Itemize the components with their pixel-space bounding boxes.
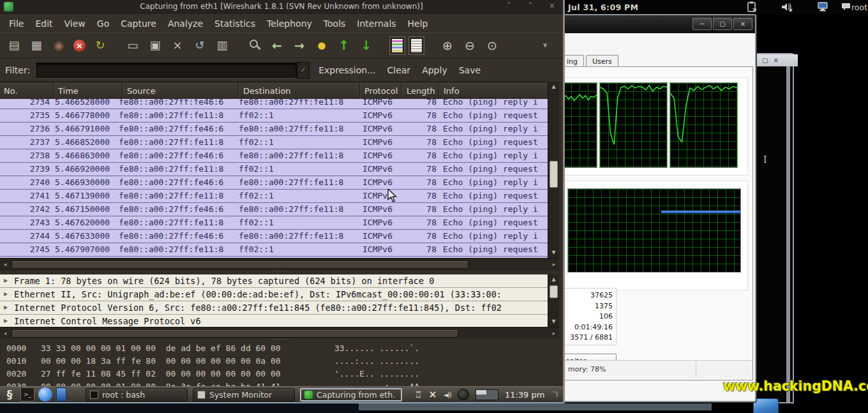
moon-tray-icon[interactable]: ☽	[549, 388, 561, 401]
reload-icon[interactable]: ↺	[192, 38, 207, 53]
packet-row[interactable]: 2741 5.467139000 fe80::a00:27ff:fe11:8 f…	[0, 190, 548, 203]
filter-input[interactable]	[36, 63, 297, 78]
maximize-button[interactable]: ▢	[713, 18, 732, 30]
volume-muted-icon[interactable]	[781, 1, 794, 15]
menu-item[interactable]: Internals	[357, 19, 396, 29]
menu-item[interactable]: Statistics	[214, 19, 255, 29]
globe-launcher-icon[interactable]	[38, 387, 52, 402]
filter-button[interactable]: Save	[459, 65, 481, 75]
colorize-icon[interactable]	[391, 38, 403, 53]
autoscroll-icon[interactable]	[410, 38, 423, 53]
capture-options-icon[interactable]: ▦	[29, 38, 44, 53]
close-button[interactable]: ×	[773, 57, 778, 64]
filter-dropdown-icon[interactable]: ✓	[297, 62, 310, 79]
menu-item[interactable]: Telephony	[267, 19, 312, 29]
go-top-icon[interactable]: ↑	[336, 38, 352, 53]
details-vscrollbar[interactable]: ▲ ▼	[548, 274, 559, 327]
capture-stop-icon[interactable]: ×	[73, 40, 86, 52]
backtrack-launcher-icon[interactable]: §	[3, 387, 17, 402]
volume-tray-icon[interactable]: ◄))	[443, 391, 451, 398]
hex-row[interactable]: 0020 27 ff fe 11 08 45 ff 02 00 00 00 00…	[0, 368, 563, 380]
close-button[interactable]: ×	[733, 18, 752, 30]
scroll-down-icon[interactable]: ▼	[548, 317, 559, 327]
scroll-up-icon[interactable]: ▲	[548, 82, 559, 92]
packet-row[interactable]: 2734 5.466528000 fe80::a00:27ff:fe46:6 f…	[0, 99, 548, 109]
chat-bubble-icon[interactable]	[841, 1, 851, 15]
capture-restart-icon[interactable]: ↻	[93, 38, 108, 53]
scroll-thumb[interactable]	[550, 161, 558, 188]
back-icon[interactable]: ←	[269, 38, 285, 53]
packet-row[interactable]: 2745 5.467907000 fe80::a00:27ff:fe11:8 f…	[0, 243, 548, 257]
scroll-thumb[interactable]	[11, 260, 468, 269]
packet-row[interactable]: 2735 5.466778000 fe80::a00:27ff:fe11:8 f…	[0, 109, 548, 123]
packet-row[interactable]: 2739 5.466920000 fe80::a00:27ff:fe11:8 f…	[0, 163, 548, 176]
hex-row[interactable]: 0000 33 33 00 00 00 01 00 00 de ad be ef…	[0, 342, 563, 355]
close-file-icon[interactable]: ×	[170, 38, 185, 53]
open-file-icon[interactable]: ▭	[125, 38, 140, 53]
detail-row[interactable]: Internet Control Message Protocol v6	[0, 315, 548, 327]
circle-tray-icon[interactable]	[458, 389, 469, 400]
hex-row[interactable]: 0010 00 00 00 18 3a ff fe 80 00 00 00 00…	[0, 355, 563, 368]
scroll-right-icon[interactable]: ▸	[549, 259, 559, 271]
detail-row[interactable]: Internet Protocol Version 6, Src: fe80::…	[0, 301, 548, 315]
zoom-in-icon[interactable]: ⊕	[440, 38, 455, 53]
zoom-out-icon[interactable]: ⊖	[462, 38, 477, 53]
menu-item[interactable]: File	[9, 19, 24, 29]
network-computer-icon[interactable]	[817, 1, 830, 15]
phone-launcher-icon[interactable]	[56, 387, 66, 402]
save-file-icon[interactable]: ▣	[147, 38, 163, 53]
minimize-button[interactable]: ─	[692, 18, 712, 30]
scroll-down-icon[interactable]: ▼	[548, 248, 559, 258]
taskbar-task-button[interactable]: Capturing from eth.	[300, 388, 402, 402]
menu-item[interactable]: Tools	[324, 19, 346, 29]
pager-widget[interactable]	[475, 389, 498, 400]
packet-row[interactable]: 2740 5.466930000 fe80::a00:27ff:fe46:6 f…	[0, 176, 548, 190]
column-header[interactable]: Destination	[239, 82, 360, 99]
packet-row[interactable]: 2742 5.467150000 fe80::a00:27ff:fe46:6 f…	[0, 203, 548, 216]
maximize-button[interactable]: ▢	[762, 57, 768, 64]
menu-item[interactable]: Help	[408, 19, 428, 29]
host-user-label[interactable]: root	[851, 3, 867, 12]
menu-item[interactable]: Edit	[35, 19, 52, 29]
packet-row[interactable]: 2738 5.466863000 fe80::a00:27ff:fe46:6 f…	[0, 149, 548, 163]
detail-row[interactable]: Frame 1: 78 bytes on wire (624 bits), 78…	[0, 274, 548, 288]
detail-row[interactable]: Ethernet II, Src: Unigraph_ad:be:ef (00:…	[0, 288, 548, 301]
shade-button[interactable]: ˅	[503, 1, 514, 10]
scroll-thumb[interactable]	[11, 329, 458, 338]
forward-icon[interactable]: →	[292, 38, 307, 53]
filter-button[interactable]: Clear	[387, 65, 411, 75]
goto-packet-icon[interactable]: ●	[314, 38, 329, 53]
tower-tray-icon[interactable]: ♖	[414, 389, 423, 400]
capture-start-icon[interactable]: ◉	[51, 38, 66, 53]
taskbar-task-button[interactable]: root : bash	[86, 388, 188, 402]
menu-item[interactable]: Capture	[121, 19, 156, 29]
clipboard-icon[interactable]	[747, 1, 757, 15]
terminal-launcher-icon[interactable]: >_	[20, 387, 34, 402]
toolbar-overflow-icon[interactable]: ▾	[537, 38, 553, 53]
column-header[interactable]: Time	[54, 82, 123, 99]
close-button[interactable]: ×	[546, 1, 558, 10]
packet-row[interactable]: 2744 5.467633000 fe80::a00:27ff:fe46:6 f…	[0, 230, 548, 243]
terminal-titlebar[interactable]: ▢×	[757, 54, 798, 66]
go-bottom-icon[interactable]: ↓	[359, 38, 374, 53]
column-header[interactable]: Protocol	[360, 82, 402, 99]
terminal-scrollbar[interactable]	[786, 66, 790, 402]
menu-item[interactable]: Go	[97, 19, 109, 29]
packet-list-hscrollbar[interactable]: ◂ ▸	[0, 258, 559, 271]
task-manager-window[interactable]: ─▢× ingUsers 3762513751060:01:49:163571 …	[559, 14, 756, 402]
filter-button[interactable]: Expression...	[318, 65, 375, 75]
maximize-button[interactable]: ˄	[525, 1, 536, 10]
interfaces-icon[interactable]: ▤	[6, 38, 22, 53]
packet-list-vscrollbar[interactable]: ▲ ▼	[548, 82, 559, 258]
close-tray-icon[interactable]: ×	[429, 389, 437, 400]
column-header[interactable]: Source	[123, 82, 239, 99]
zoom-100-icon[interactable]: ⊙	[484, 38, 500, 53]
terminal-window[interactable]: ▢× I	[756, 53, 794, 403]
taskbar-task-button[interactable]: System Monitor	[193, 388, 295, 402]
packet-row[interactable]: 2736 5.466791000 fe80::a00:27ff:fe46:6 f…	[0, 123, 548, 136]
print-icon[interactable]: ▥	[214, 38, 230, 53]
find-icon[interactable]	[247, 38, 262, 53]
column-header[interactable]: Info	[439, 82, 548, 99]
scroll-up-icon[interactable]: ▲	[548, 274, 559, 285]
column-header[interactable]: Length	[402, 82, 439, 99]
